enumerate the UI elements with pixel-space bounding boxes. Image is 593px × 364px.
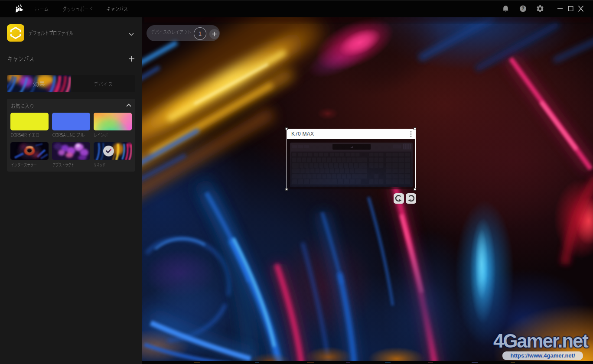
svg-text:1: 1 [199,31,202,37]
svg-text:?: ? [521,6,524,11]
